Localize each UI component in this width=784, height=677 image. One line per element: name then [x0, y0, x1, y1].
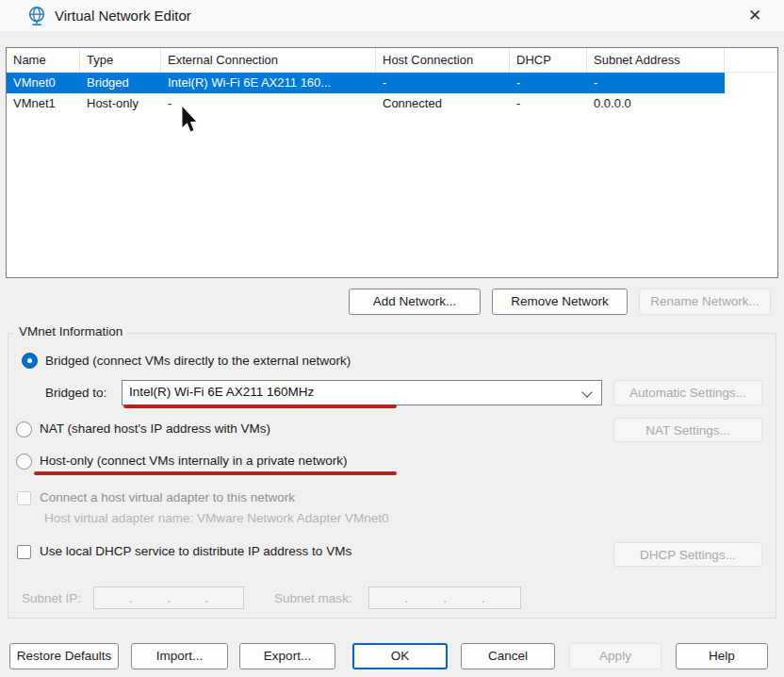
- mouse-cursor: [177, 104, 200, 138]
- nat-radio[interactable]: [16, 421, 32, 438]
- bridged-radio[interactable]: [22, 353, 38, 369]
- annotation-underline-bridged-to: [123, 405, 397, 408]
- add-network-button[interactable]: Add Network...: [349, 289, 481, 315]
- host-only-radio-label[interactable]: Host-only (connect VMs internally in a p…: [40, 454, 347, 468]
- ip-dot: .: [404, 591, 408, 605]
- cancel-button[interactable]: Cancel: [461, 643, 555, 669]
- column-header-type[interactable]: Type: [80, 48, 161, 73]
- subnet-ip-field: . . .: [93, 586, 244, 609]
- radio-dot: [27, 358, 32, 363]
- annotation-underline-host-only: [34, 471, 397, 475]
- dhcp-checkbox-label[interactable]: Use local DHCP service to distribute IP …: [40, 544, 351, 558]
- cell-type: Bridged: [80, 73, 161, 93]
- list-header: Name Type External Connection Host Conne…: [7, 48, 777, 73]
- cell-external: Intel(R) Wi-Fi 6E AX211 160...: [161, 73, 376, 93]
- ip-dot: .: [482, 591, 485, 605]
- title-bar: Virtual Network Editor ✕: [0, 0, 784, 32]
- group-label: VMnet Information: [14, 324, 127, 338]
- column-header-host-connection[interactable]: Host Connection: [376, 48, 510, 73]
- subnet-ip-label: Subnet IP:: [22, 591, 81, 605]
- cell-dhcp: -: [510, 93, 587, 114]
- close-icon[interactable]: ✕: [741, 0, 769, 32]
- restore-defaults-button[interactable]: Restore Defaults: [9, 643, 119, 669]
- table-row-vmnet0[interactable]: VMnet0 Bridged Intel(R) Wi-Fi 6E AX211 1…: [7, 73, 725, 93]
- cell-type: Host-only: [80, 93, 161, 114]
- connect-adapter-checkbox: [17, 491, 31, 505]
- cell-subnet: 0.0.0.0: [587, 93, 725, 114]
- host-only-radio[interactable]: [16, 454, 32, 470]
- subnet-mask-field: . . .: [368, 586, 521, 609]
- nat-radio-label[interactable]: NAT (shared host's IP address with VMs): [40, 421, 270, 436]
- dhcp-checkbox[interactable]: [17, 545, 31, 559]
- chevron-down-icon: [581, 387, 592, 397]
- dhcp-settings-button: DHCP Settings...: [613, 542, 762, 567]
- automatic-settings-button: Automatic Settings...: [613, 380, 762, 405]
- cell-host: Connected: [376, 93, 510, 114]
- bridged-to-label: Bridged to:: [45, 386, 106, 400]
- bridged-to-dropdown[interactable]: Intel(R) Wi-Fi 6E AX211 160MHz: [122, 380, 602, 405]
- help-button[interactable]: Help: [676, 643, 768, 669]
- cell-name: VMnet0: [7, 73, 80, 93]
- ip-dot: .: [167, 591, 171, 605]
- connect-adapter-label: Connect a host virtual adapter to this n…: [40, 490, 295, 504]
- nat-settings-button: NAT Settings...: [613, 418, 762, 442]
- cell-subnet: -: [587, 73, 725, 93]
- bridged-to-value: Intel(R) Wi-Fi 6E AX211 160MHz: [129, 385, 314, 399]
- cell-name: VMnet1: [7, 93, 80, 114]
- adapter-name-label: Host virtual adapter name: VMware Networ…: [44, 511, 388, 525]
- column-header-name[interactable]: Name: [7, 48, 80, 73]
- table-row-vmnet1[interactable]: VMnet1 Host-only - Connected - 0.0.0.0: [7, 93, 777, 114]
- ip-dot: .: [443, 591, 447, 605]
- rename-network-button: Rename Network...: [639, 289, 771, 315]
- ip-dot: .: [205, 591, 209, 605]
- bridged-radio-label[interactable]: Bridged (connect VMs directly to the ext…: [45, 354, 351, 368]
- ip-dot: .: [129, 591, 133, 605]
- import-button[interactable]: Import...: [131, 643, 228, 669]
- column-header-dhcp[interactable]: DHCP: [510, 48, 587, 73]
- cell-host: -: [376, 73, 510, 93]
- window-title: Virtual Network Editor: [55, 0, 191, 32]
- export-button[interactable]: Export...: [239, 643, 335, 669]
- ok-button[interactable]: OK: [352, 643, 448, 669]
- network-list: Name Type External Connection Host Conne…: [6, 47, 778, 278]
- remove-network-button[interactable]: Remove Network: [492, 289, 628, 315]
- column-header-subnet-address[interactable]: Subnet Address: [587, 48, 725, 73]
- subnet-mask-label: Subnet mask:: [274, 591, 352, 605]
- apply-button: Apply: [569, 643, 662, 669]
- cell-dhcp: -: [510, 73, 587, 93]
- vmnet-information-group: VMnet Information Bridged (connect VMs d…: [8, 333, 776, 619]
- column-header-external-connection[interactable]: External Connection: [161, 48, 376, 73]
- globe-network-icon: [26, 6, 47, 26]
